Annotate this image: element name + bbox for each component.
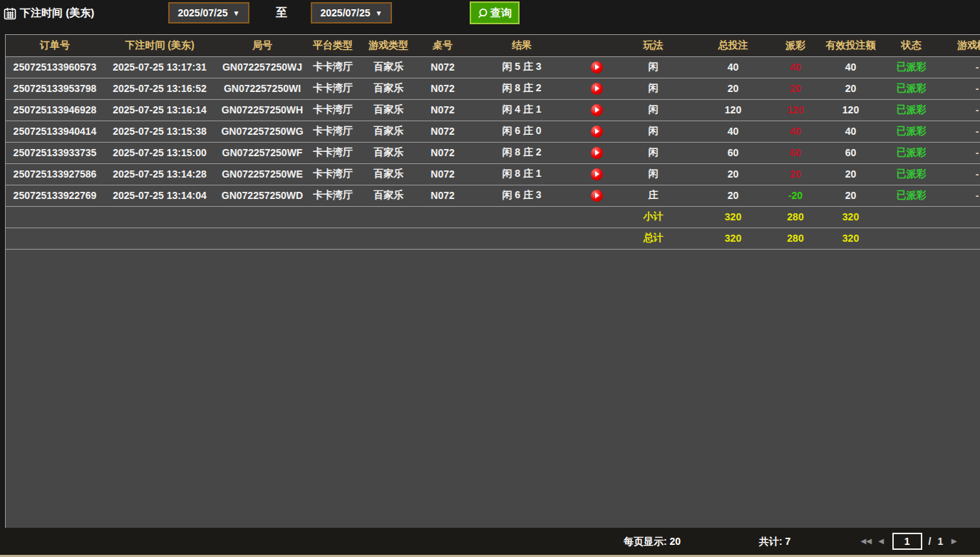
next-page-button[interactable]: ► <box>949 532 959 551</box>
header-row: 订单号下注时间 (美东)局号平台类型游戏类型桌号结果玩法总投注派彩有效投注额状态… <box>6 35 980 56</box>
subtotal-label: 小计 <box>614 206 692 228</box>
table-row: 250725133940414 2025-07-25 13:15:38 GN07… <box>6 121 980 142</box>
play-video-button[interactable] <box>591 83 603 95</box>
total-bet-cell: 40 <box>692 56 774 78</box>
date-from-select[interactable]: 2025/07/25 ▼ <box>168 2 249 24</box>
game-mode-cell: - <box>938 56 980 78</box>
table-body: 250725133960573 2025-07-25 13:17:31 GN07… <box>6 56 980 206</box>
subtotal-total-bet: 320 <box>692 206 774 228</box>
table-header: 订单号下注时间 (美东)局号平台类型游戏类型桌号结果玩法总投注派彩有效投注额状态… <box>6 35 980 56</box>
col-header-valid-bet: 有效投注额 <box>817 35 884 56</box>
order-number-cell: 250725133953798 <box>6 78 104 99</box>
payout-cell: 120 <box>774 99 817 121</box>
platform-type-cell: 卡卡湾厅 <box>309 185 356 206</box>
replay-cell <box>579 56 614 78</box>
bet-records-table: 订单号下注时间 (美东)局号平台类型游戏类型桌号结果玩法总投注派彩有效投注额状态… <box>6 35 980 250</box>
bet-time-cell: 2025-07-25 13:14:28 <box>104 163 215 185</box>
play-type-cell: 庄 <box>614 185 692 206</box>
table-row: 250725133946928 2025-07-25 13:16:14 GN07… <box>6 99 980 121</box>
query-button[interactable]: 查询 <box>470 1 520 24</box>
valid-bet-cell: 60 <box>817 142 884 163</box>
table-number-cell: N072 <box>421 56 465 78</box>
replay-cell <box>579 142 614 163</box>
play-type-cell: 闲 <box>614 99 692 121</box>
order-number-cell: 250725133927586 <box>6 163 104 185</box>
total-bet-cell: 120 <box>692 99 774 121</box>
play-video-button[interactable] <box>591 61 603 73</box>
game-mode-cell: - <box>938 121 980 142</box>
grand-total-valid-bet: 320 <box>817 228 884 249</box>
game-type-cell: 百家乐 <box>356 142 421 163</box>
date-from-value: 2025/07/25 <box>178 7 228 19</box>
play-type-cell: 闲 <box>614 56 692 78</box>
replay-cell <box>579 185 614 206</box>
bet-time-cell: 2025-07-25 13:17:31 <box>104 56 215 78</box>
play-icon <box>595 150 599 155</box>
play-video-button[interactable] <box>591 190 603 202</box>
game-mode-cell: - <box>938 99 980 121</box>
col-header-order: 订单号 <box>6 35 104 56</box>
subtotal-payout: 280 <box>774 206 817 228</box>
page-number-input[interactable] <box>892 533 922 550</box>
play-video-button[interactable] <box>591 104 603 116</box>
chevron-down-icon: ▼ <box>376 9 383 17</box>
result-cell: 闲 8 庄 2 <box>465 142 579 163</box>
first-page-button[interactable]: ◄◄ <box>859 532 870 551</box>
game-type-cell: 百家乐 <box>356 78 421 99</box>
result-cell: 闲 8 庄 1 <box>465 163 579 185</box>
play-icon <box>595 193 599 198</box>
table-row: 250725133960573 2025-07-25 13:17:31 GN07… <box>6 56 980 78</box>
total-bet-cell: 40 <box>692 121 774 142</box>
valid-bet-cell: 120 <box>817 99 884 121</box>
order-number-cell: 250725133922769 <box>6 185 104 206</box>
platform-type-cell: 卡卡湾厅 <box>309 78 356 99</box>
filter-toolbar: 下注时间 (美东) 2025/07/25 ▼ 至 2025/07/25 ▼ 查询 <box>0 0 980 29</box>
result-cell: 闲 8 庄 2 <box>465 78 579 99</box>
play-icon <box>595 107 599 113</box>
game-type-cell: 百家乐 <box>356 56 421 78</box>
bet-time-cell: 2025-07-25 13:15:38 <box>104 121 215 142</box>
grand-total-label: 总计 <box>614 228 692 249</box>
bet-time-cell: 2025-07-25 13:15:00 <box>104 142 215 163</box>
table-row: 250725133933735 2025-07-25 13:15:00 GN07… <box>6 142 980 163</box>
col-header-play <box>579 35 614 56</box>
play-icon <box>595 171 599 177</box>
table-number-cell: N072 <box>421 185 465 206</box>
payout-cell: 20 <box>774 78 817 99</box>
per-page-label: 每页显示: 20 <box>624 536 681 548</box>
round-number-cell: GN072257250WE <box>215 163 309 185</box>
result-cell: 闲 5 庄 3 <box>465 56 579 78</box>
game-type-cell: 百家乐 <box>356 163 421 185</box>
total-bet-cell: 20 <box>692 78 774 99</box>
play-video-button[interactable] <box>591 168 603 180</box>
status-cell: 已派彩 <box>884 163 938 185</box>
total-bet-cell: 60 <box>692 142 774 163</box>
play-type-cell: 闲 <box>614 78 692 99</box>
game-mode-cell: - <box>938 185 980 206</box>
subtotal-valid-bet: 320 <box>817 206 884 228</box>
col-header-status: 状态 <box>884 35 938 56</box>
game-type-cell: 百家乐 <box>356 99 421 121</box>
valid-bet-cell: 20 <box>817 163 884 185</box>
round-number-cell: GN072257250WD <box>215 185 309 206</box>
table-number-cell: N072 <box>421 78 465 99</box>
col-header-result: 结果 <box>465 35 579 56</box>
play-video-button[interactable] <box>591 147 603 159</box>
date-to-select[interactable]: 2025/07/25 ▼ <box>311 2 392 24</box>
pager-controls: ◄◄ ◄ / 1 ► <box>859 532 959 551</box>
platform-type-cell: 卡卡湾厅 <box>309 163 356 185</box>
prev-page-button[interactable]: ◄ <box>877 532 886 551</box>
game-type-cell: 百家乐 <box>356 121 421 142</box>
table-row: 250725133922769 2025-07-25 13:14:04 GN07… <box>6 185 980 206</box>
play-icon <box>595 86 599 91</box>
date-to-value: 2025/07/25 <box>321 7 371 19</box>
play-video-button[interactable] <box>591 126 603 138</box>
valid-bet-cell: 20 <box>817 78 884 99</box>
replay-cell <box>579 99 614 121</box>
result-cell: 闲 6 庄 0 <box>465 121 579 142</box>
grand-total-payout: 280 <box>774 228 817 249</box>
total-count-label: 共计: 7 <box>759 536 790 548</box>
col-header-payout: 派彩 <box>774 35 817 56</box>
play-type-cell: 闲 <box>614 121 692 142</box>
round-number-cell: GN072257250WH <box>215 99 309 121</box>
